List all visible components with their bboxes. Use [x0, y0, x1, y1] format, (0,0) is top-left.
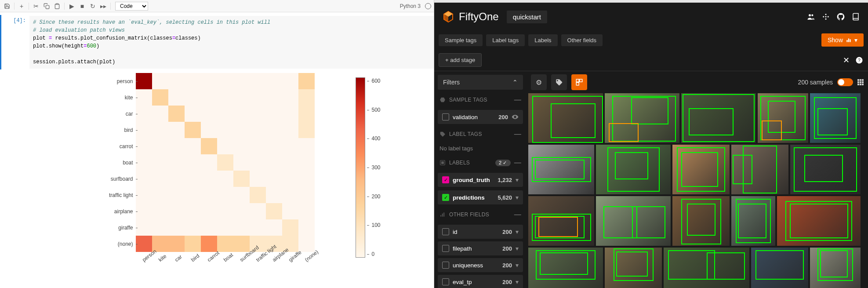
- heatmap-cell[interactable]: [233, 171, 250, 187]
- sidebar-row-eval_tp[interactable]: eval_tp200▾: [438, 275, 523, 288]
- collapse-icon[interactable]: —: [514, 130, 521, 138]
- heatmap-cell[interactable]: [233, 73, 250, 89]
- heatmap-cell[interactable]: [185, 203, 201, 219]
- sidebar-row-id[interactable]: id200▾: [438, 225, 523, 239]
- heatmap-cell[interactable]: [233, 203, 250, 219]
- heatmap-cell[interactable]: [152, 106, 168, 122]
- restart-icon[interactable]: ↻: [88, 2, 97, 11]
- heatmap-cell[interactable]: [250, 73, 266, 89]
- heatmap-cell[interactable]: [298, 122, 315, 138]
- sample-thumbnail[interactable]: [751, 248, 808, 288]
- heatmap-cell[interactable]: [217, 187, 233, 203]
- heatmap-cell[interactable]: [266, 154, 282, 171]
- heatmap-cell[interactable]: [298, 219, 315, 236]
- sample-thumbnail[interactable]: [528, 145, 594, 194]
- run-icon[interactable]: ▶: [67, 2, 76, 11]
- heatmap-cell[interactable]: [266, 106, 282, 122]
- heatmap-cell[interactable]: [185, 122, 201, 138]
- collapse-icon[interactable]: —: [514, 211, 521, 219]
- sample-thumbnail[interactable]: [528, 248, 603, 288]
- sample-thumbnail[interactable]: [731, 145, 788, 194]
- sidebar-row-ground-truth[interactable]: ✓ ground_truth 1,232 ▾: [438, 173, 523, 187]
- heatmap-cell[interactable]: [250, 219, 266, 236]
- heatmap-cell[interactable]: [201, 219, 217, 236]
- heatmap-cell[interactable]: [185, 73, 201, 89]
- heatmap-cell[interactable]: [201, 122, 217, 138]
- heatmap-cell[interactable]: [185, 138, 201, 154]
- sample-thumbnail[interactable]: [810, 93, 861, 143]
- checkbox[interactable]: [442, 245, 449, 252]
- add-stage-button[interactable]: + add stage: [439, 53, 482, 67]
- heatmap-cell[interactable]: [152, 187, 168, 203]
- heatmap-cell[interactable]: [168, 73, 185, 89]
- heatmap-cell[interactable]: [152, 122, 168, 138]
- heatmap-cell[interactable]: [185, 219, 201, 236]
- sample-thumbnail[interactable]: [596, 145, 671, 194]
- heatmap-cell[interactable]: [217, 154, 233, 171]
- heatmap-cell[interactable]: [168, 219, 185, 236]
- chevron-down-icon[interactable]: ▾: [516, 176, 519, 183]
- checkbox[interactable]: [442, 113, 449, 120]
- heatmap-cell[interactable]: [201, 171, 217, 187]
- heatmap-cell[interactable]: [185, 187, 201, 203]
- heatmap-cell[interactable]: [168, 203, 185, 219]
- chevron-down-icon[interactable]: ▾: [516, 194, 519, 201]
- heatmap-cell[interactable]: [250, 203, 266, 219]
- heatmap-cell[interactable]: [282, 203, 298, 219]
- sample-thumbnail[interactable]: [528, 93, 603, 143]
- heatmap-cell[interactable]: [282, 154, 298, 171]
- heatmap-cell[interactable]: [136, 138, 152, 154]
- heatmap-cell[interactable]: [201, 106, 217, 122]
- sample-thumbnail[interactable]: [790, 145, 861, 194]
- tab-other-fields[interactable]: Other fields: [561, 34, 603, 46]
- heatmap-cell[interactable]: [152, 89, 168, 106]
- code-input[interactable]: # Since these results have an `eval_key`…: [29, 16, 434, 69]
- heatmap-cell[interactable]: [233, 187, 250, 203]
- chevron-down-icon[interactable]: ▾: [516, 228, 519, 235]
- heatmap-cell[interactable]: [266, 203, 282, 219]
- heatmap-cell[interactable]: [266, 73, 282, 89]
- heatmap-cell[interactable]: [168, 138, 185, 154]
- heatmap-cell[interactable]: [266, 122, 282, 138]
- sample-thumbnail[interactable]: [810, 248, 861, 288]
- add-cell-icon[interactable]: +: [17, 2, 26, 11]
- heatmap-cell[interactable]: [185, 89, 201, 106]
- heatmap-cell[interactable]: [217, 122, 233, 138]
- filters-dropdown[interactable]: Filters ⌃: [438, 75, 523, 90]
- save-icon[interactable]: [3, 2, 11, 11]
- heatmap-cell[interactable]: [136, 154, 152, 171]
- show-button[interactable]: Show ▾: [821, 33, 864, 47]
- close-icon[interactable]: ✕: [842, 56, 850, 65]
- heatmap-cell[interactable]: [136, 89, 152, 106]
- heatmap-cell[interactable]: [217, 171, 233, 187]
- heatmap-cell[interactable]: [266, 219, 282, 236]
- heatmap-cell[interactable]: [266, 138, 282, 154]
- heatmap-cell[interactable]: [136, 187, 152, 203]
- sample-thumbnail[interactable]: [528, 196, 594, 246]
- heatmap-cell[interactable]: [168, 187, 185, 203]
- sidebar-row-uniqueness[interactable]: uniqueness200▾: [438, 258, 523, 272]
- heatmap-cell[interactable]: [250, 106, 266, 122]
- grid-size-icon[interactable]: [857, 79, 864, 85]
- heatmap-cell[interactable]: [250, 138, 266, 154]
- sample-thumbnail[interactable]: [758, 93, 808, 143]
- heatmap-cell[interactable]: [152, 203, 168, 219]
- heatmap-cell[interactable]: [250, 187, 266, 203]
- chevron-down-icon[interactable]: ▾: [516, 278, 519, 285]
- sidebar-row-predictions[interactable]: ✓ predictions 5,620 ▾: [438, 190, 523, 204]
- heatmap-cell[interactable]: [266, 171, 282, 187]
- tab-sample-tags[interactable]: Sample tags: [439, 34, 483, 46]
- docs-icon[interactable]: [851, 12, 860, 21]
- heatmap-cell[interactable]: [217, 89, 233, 106]
- heatmap-cell[interactable]: [136, 106, 152, 122]
- heatmap-cell[interactable]: [201, 154, 217, 171]
- confusion-matrix-heatmap[interactable]: person kite car bird carrot boat surfboa…: [96, 73, 342, 284]
- heatmap-cell[interactable]: [298, 106, 315, 122]
- kernel-status-icon[interactable]: [425, 3, 431, 9]
- heatmap-cell[interactable]: [282, 171, 298, 187]
- heatmap-cell[interactable]: [282, 122, 298, 138]
- heatmap-cell[interactable]: [282, 73, 298, 89]
- heatmap-cell[interactable]: [298, 171, 315, 187]
- settings-icon[interactable]: ⚙: [531, 74, 547, 90]
- heatmap-cell[interactable]: [136, 122, 152, 138]
